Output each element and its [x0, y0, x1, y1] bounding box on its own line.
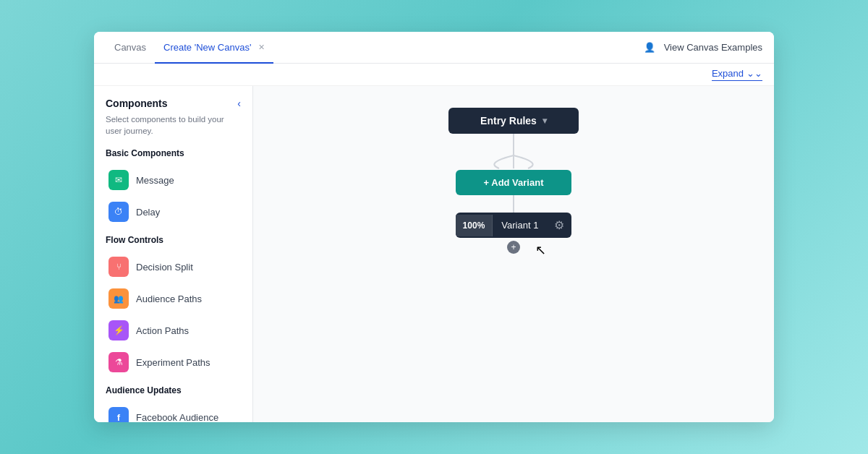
tab-close-icon[interactable]: ✕: [258, 43, 265, 52]
sidebar-item-action-paths[interactable]: ⚡ Action Paths: [106, 316, 241, 345]
variant-label: Variant 1: [493, 214, 547, 236]
expand-button[interactable]: Expand ⌄⌄: [712, 68, 762, 81]
message-icon: ✉: [109, 170, 129, 190]
app-window: Canvas Create 'New Canvas' ✕ 👤 View Canv…: [94, 32, 774, 422]
sidebar-header: Components ‹: [106, 98, 241, 109]
entry-rules-node[interactable]: Entry Rules ▾: [448, 108, 579, 134]
tab-create-new[interactable]: Create 'New Canvas' ✕: [155, 33, 273, 64]
variant-1-node[interactable]: 100% Variant 1 ⚙: [456, 213, 572, 238]
tab-canvas[interactable]: Canvas: [106, 33, 155, 64]
action-paths-icon: ⚡: [109, 320, 129, 340]
sidebar-item-decision-split[interactable]: ⑂ Decision Split: [106, 252, 241, 281]
experiment-paths-icon: ⚗: [109, 352, 129, 372]
add-variant-label: + Add Variant: [484, 177, 544, 188]
expand-icon: ⌄⌄: [746, 68, 762, 79]
decision-split-icon: ⑂: [109, 257, 129, 277]
sidebar-item-delay[interactable]: ⏱ Delay: [106, 197, 241, 226]
sidebar-item-message[interactable]: ✉ Message: [106, 166, 241, 194]
entry-rules-label: Entry Rules: [480, 115, 537, 127]
sidebar-title: Components: [106, 98, 168, 109]
main-content: Components ‹ Select components to build …: [94, 86, 774, 422]
sidebar-item-audience-paths[interactable]: 👥 Audience Paths: [106, 284, 241, 313]
decision-split-label: Decision Split: [136, 262, 193, 273]
user-icon: 👤: [644, 42, 655, 53]
canvas-content: Entry Rules ▾ + Add Variant: [441, 108, 586, 254]
action-paths-label: Action Paths: [136, 325, 189, 336]
variant-percent: 100%: [456, 215, 493, 236]
audience-paths-label: Audience Paths: [136, 294, 202, 304]
canvas-area: Entry Rules ▾ + Add Variant: [253, 86, 774, 422]
view-canvas-examples-link[interactable]: View Canvas Examples: [664, 42, 762, 53]
sidebar-item-facebook-audience[interactable]: f Facebook Audience: [106, 403, 241, 422]
sidebar-description: Select components to build your user jou…: [106, 113, 241, 137]
entry-rules-chevron-icon: ▾: [542, 116, 547, 126]
connector-line-mid: [513, 195, 514, 213]
delay-icon: ⏱: [109, 202, 129, 222]
tab-right-actions: 👤 View Canvas Examples: [644, 42, 762, 53]
facebook-audience-icon: f: [109, 407, 129, 422]
connector-line-top: [513, 134, 514, 148]
audience-paths-icon: 👥: [109, 288, 129, 309]
sidebar: Components ‹ Select components to build …: [94, 86, 253, 422]
add-variant-button[interactable]: + Add Variant: [456, 170, 571, 195]
sidebar-collapse-button[interactable]: ‹: [237, 98, 241, 109]
tab-create-new-label: Create 'New Canvas': [163, 42, 251, 53]
message-label: Message: [136, 175, 174, 186]
variant-gear-icon[interactable]: ⚙: [547, 213, 571, 238]
delay-label: Delay: [136, 207, 160, 218]
sidebar-item-experiment-paths[interactable]: ⚗ Experiment Paths: [106, 348, 241, 377]
fan-connector-svg: [441, 148, 586, 170]
section-title-flow: Flow Controls: [106, 235, 241, 245]
facebook-audience-label: Facebook Audience: [136, 412, 218, 422]
expand-label: Expand: [712, 68, 744, 79]
tab-canvas-label: Canvas: [114, 42, 146, 53]
tab-bar: Canvas Create 'New Canvas' ✕ 👤 View Canv…: [94, 32, 774, 64]
tabs-container: Canvas Create 'New Canvas' ✕: [106, 32, 273, 63]
variant-add-step-button[interactable]: +: [507, 241, 520, 254]
expand-row: Expand ⌄⌄: [94, 64, 774, 86]
section-title-audience: Audience Updates: [106, 385, 241, 395]
section-title-basic: Basic Components: [106, 148, 241, 158]
experiment-paths-label: Experiment Paths: [136, 357, 210, 368]
